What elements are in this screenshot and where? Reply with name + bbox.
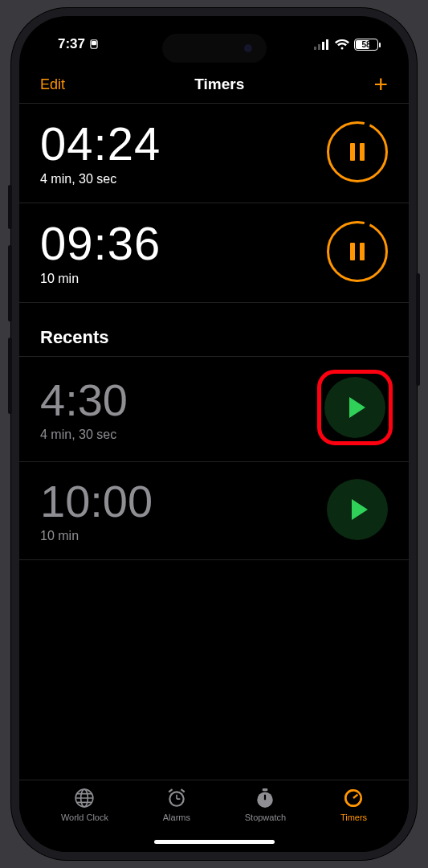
svg-rect-5 xyxy=(326,39,328,50)
annotation-highlight xyxy=(317,370,393,445)
play-icon xyxy=(352,499,368,520)
svg-rect-18 xyxy=(263,788,268,791)
timer-remaining: 09:36 xyxy=(40,216,161,270)
tab-timers[interactable]: Timers xyxy=(340,787,367,822)
svg-rect-2 xyxy=(314,47,316,50)
svg-line-16 xyxy=(181,789,184,792)
tab-label: Timers xyxy=(340,813,367,822)
page-title: Timers xyxy=(194,76,244,93)
mute-switch xyxy=(8,185,12,229)
start-button[interactable] xyxy=(324,377,385,438)
tab-label: Stopwatch xyxy=(245,813,286,822)
tab-world-clock[interactable]: World Clock xyxy=(61,787,108,822)
cellular-icon xyxy=(314,39,330,50)
globe-icon xyxy=(73,787,96,809)
timer-remaining: 04:24 xyxy=(40,117,161,170)
timer-label: 4 min, 30 sec xyxy=(40,172,161,186)
tab-stopwatch[interactable]: Stopwatch xyxy=(245,787,286,822)
volume-up-button xyxy=(8,245,12,321)
timer-label: 4 min, 30 sec xyxy=(40,428,128,442)
pause-icon xyxy=(350,243,365,260)
timer-value: 10:00 xyxy=(40,475,153,527)
power-button xyxy=(416,273,420,386)
svg-point-17 xyxy=(258,792,274,808)
add-timer-button[interactable]: + xyxy=(373,76,388,92)
start-button[interactable] xyxy=(327,479,388,540)
pause-button[interactable] xyxy=(327,221,388,282)
svg-line-22 xyxy=(353,795,357,798)
recent-timer-row[interactable]: 10:00 10 min xyxy=(19,462,409,560)
pause-icon xyxy=(350,143,365,161)
timer-list: 04:24 4 min, 30 sec 09:36 10 min R xyxy=(19,103,409,780)
battery-percent: 58 xyxy=(361,40,370,49)
svg-rect-3 xyxy=(318,44,320,50)
nav-header: Edit Timers + xyxy=(19,64,409,103)
play-icon xyxy=(349,397,365,418)
alarm-icon xyxy=(165,787,188,809)
volume-down-button xyxy=(8,338,12,414)
svg-line-15 xyxy=(169,789,172,792)
screen: 7:37 58 Edit Timers + 04:24 4 min, 3 xyxy=(19,16,409,852)
phone-frame: 7:37 58 Edit Timers + 04:24 4 min, 3 xyxy=(11,8,417,860)
tab-alarms[interactable]: Alarms xyxy=(163,787,190,822)
battery-icon: 58 xyxy=(354,39,378,51)
stopwatch-icon xyxy=(254,787,276,809)
timer-label: 10 min xyxy=(40,272,161,286)
active-timer-row[interactable]: 09:36 10 min xyxy=(19,203,409,303)
pause-button[interactable] xyxy=(327,121,388,182)
tab-label: Alarms xyxy=(163,813,190,822)
svg-rect-1 xyxy=(92,42,96,45)
home-indicator[interactable] xyxy=(154,840,275,844)
recents-header: Recents xyxy=(19,303,409,356)
active-timer-row[interactable]: 04:24 4 min, 30 sec xyxy=(19,103,409,203)
wifi-icon xyxy=(335,39,349,50)
clock-status-icon xyxy=(88,39,100,50)
timer-icon xyxy=(342,787,365,809)
status-time: 7:37 xyxy=(58,36,85,52)
recent-timer-row[interactable]: 4:30 4 min, 30 sec xyxy=(19,356,409,462)
timer-label: 10 min xyxy=(40,529,153,543)
dynamic-island xyxy=(162,34,267,63)
tab-label: World Clock xyxy=(61,813,108,822)
timer-value: 4:30 xyxy=(40,374,128,426)
edit-button[interactable]: Edit xyxy=(40,76,65,93)
svg-rect-4 xyxy=(322,42,324,50)
